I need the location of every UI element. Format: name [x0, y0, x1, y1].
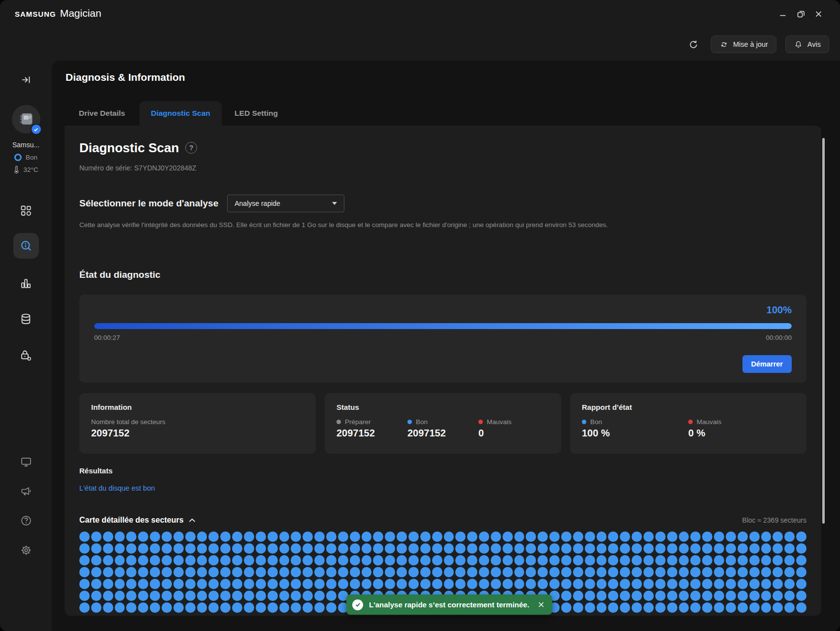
- sector-dot: [549, 579, 560, 589]
- report-bad-label: Mauvais: [697, 418, 721, 426]
- sector-dot: [150, 555, 160, 565]
- sector-dot: [714, 531, 724, 542]
- restore-button[interactable]: [796, 9, 806, 19]
- sidebar-item-data-management[interactable]: [0, 312, 52, 326]
- sector-dot: [632, 579, 642, 589]
- sector-dot: [773, 591, 783, 601]
- minimize-button[interactable]: [778, 9, 788, 19]
- sector-dot: [302, 567, 313, 577]
- sector-dot: [232, 531, 242, 542]
- collapse-sidebar-button[interactable]: [0, 74, 52, 85]
- sector-dot: [585, 555, 595, 565]
- sector-dot: [749, 567, 760, 577]
- sector-dot: [362, 555, 372, 565]
- sector-map-toggle[interactable]: Carte détaillée des secteurs: [79, 516, 196, 525]
- sidebar-item-dashboard[interactable]: [0, 204, 52, 217]
- report-good-col: Bon 100 %: [582, 418, 688, 439]
- sector-dot: [714, 602, 724, 613]
- sector-dot: [702, 567, 712, 577]
- sector-dot: [103, 543, 113, 554]
- sector-dot: [679, 591, 689, 601]
- start-scan-button[interactable]: Démarrer: [742, 355, 792, 373]
- sector-dot: [208, 555, 219, 565]
- status-good-col: Bon 2097152: [407, 418, 478, 439]
- vertical-scrollbar-thumb[interactable]: [822, 138, 825, 524]
- results-message-link[interactable]: L'état du disque est bon: [79, 484, 155, 493]
- settings-icon: [20, 544, 33, 557]
- help-tooltip-icon[interactable]: ?: [185, 142, 197, 154]
- sector-dot: [408, 531, 419, 542]
- sector-dot: [385, 567, 395, 577]
- sector-dot: [702, 591, 712, 601]
- sector-dot: [526, 555, 536, 565]
- sector-dot: [173, 531, 184, 542]
- sector-dot: [279, 543, 290, 554]
- sector-dot: [538, 579, 548, 589]
- sector-dot: [420, 567, 431, 577]
- sector-dot: [91, 591, 101, 601]
- sector-dot: [150, 591, 160, 601]
- sector-dot: [220, 579, 231, 589]
- sector-dot: [679, 543, 689, 554]
- sector-dot: [726, 543, 736, 554]
- elapsed-time: 00:00:27: [94, 334, 120, 341]
- sidebar-item-diagnosis[interactable]: [0, 233, 52, 259]
- sector-dot: [455, 531, 466, 542]
- sidebar-item-settings[interactable]: [0, 544, 52, 557]
- sidebar-item-help[interactable]: [0, 514, 52, 527]
- sector-dot: [761, 567, 772, 577]
- sector-dot: [279, 555, 290, 565]
- close-button[interactable]: [813, 9, 823, 19]
- minimize-icon: [779, 10, 787, 18]
- device-health-row: Bon: [0, 154, 52, 161]
- sector-dot: [138, 602, 148, 613]
- sidebar-item-announcement[interactable]: [0, 485, 52, 498]
- sector-dot: [220, 591, 231, 601]
- sector-dot: [679, 531, 689, 542]
- sector-dot: [655, 567, 666, 577]
- sector-dot: [726, 602, 736, 613]
- refresh-button[interactable]: [685, 36, 702, 53]
- sector-dot: [314, 591, 325, 601]
- notice-button[interactable]: Avis: [785, 35, 829, 53]
- sector-dot: [350, 579, 360, 589]
- drive-avatar-wrap[interactable]: [0, 105, 52, 133]
- sector-dot: [738, 602, 748, 613]
- sector-dot: [420, 543, 431, 554]
- progress-bar-fill: [94, 323, 792, 329]
- sidebar-item-performance[interactable]: [0, 277, 52, 290]
- sector-dot: [444, 555, 454, 565]
- tab-led-setting[interactable]: LED Setting: [222, 101, 291, 126]
- sector-dot: [643, 555, 654, 565]
- tab-drive-details[interactable]: Drive Details: [65, 101, 139, 126]
- sector-dot: [326, 602, 336, 613]
- sector-dot: [726, 531, 736, 542]
- sector-dot: [491, 567, 501, 577]
- sector-dot: [561, 602, 571, 613]
- sidebar-item-security[interactable]: [0, 349, 52, 362]
- sector-dot: [268, 543, 278, 554]
- sector-dot: [738, 531, 748, 542]
- sector-dot: [514, 543, 525, 554]
- toast-close-button[interactable]: [538, 601, 544, 608]
- sector-dot: [138, 543, 148, 554]
- update-button[interactable]: Mise à jour: [711, 35, 776, 53]
- sector-dot: [585, 579, 595, 589]
- sector-dot: [549, 567, 560, 577]
- top-action-row: Mise à jour Avis: [685, 35, 829, 53]
- sector-dot: [220, 602, 231, 613]
- sector-dot: [690, 591, 701, 601]
- status-bad-label: Mauvais: [487, 418, 511, 426]
- sector-dot: [738, 543, 748, 554]
- sector-dot: [326, 579, 336, 589]
- scan-mode-select[interactable]: Analyse rapide: [227, 195, 344, 212]
- app-window: SAMSUNG Magician: [0, 0, 840, 631]
- sidebar-item-pc-monitor[interactable]: [0, 456, 52, 468]
- status-card-title: Status: [336, 403, 549, 411]
- refresh-icon: [688, 39, 699, 50]
- sector-dot: [79, 602, 90, 613]
- chevron-up-icon: [189, 518, 196, 523]
- sector-dot: [620, 555, 630, 565]
- sector-dot: [314, 602, 325, 613]
- tab-diagnostic-scan[interactable]: Diagnostic Scan: [139, 101, 222, 126]
